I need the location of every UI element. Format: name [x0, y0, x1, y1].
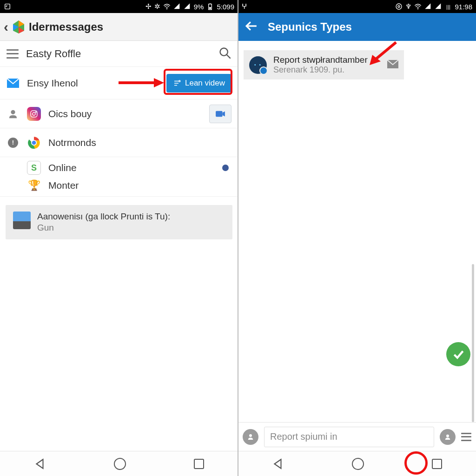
card-line2: Gun: [37, 223, 170, 233]
bluetooth-icon: ✢: [145, 2, 152, 11]
row-label: Ensy Ihenol: [27, 78, 159, 89]
nav-recent-icon[interactable]: [194, 459, 204, 469]
svg-point-1: [166, 8, 167, 9]
app-logo-icon: [11, 20, 26, 34]
svg-point-25: [417, 8, 418, 9]
info-dot-icon[interactable]: [222, 165, 229, 171]
row-oics[interactable]: Oics bouy: [0, 99, 238, 128]
clock-left: 5:099: [217, 3, 234, 11]
card-thumb-icon: [13, 212, 31, 229]
page-title-right: Sepunics Types: [268, 20, 352, 33]
svg-point-10: [179, 80, 180, 82]
right-phone: ⵖ ♆ ⫼ 91:98 Sepunics Types • • Report st…: [238, 0, 476, 476]
battery-icon: [206, 3, 214, 10]
cast-icon: ⵖ: [242, 2, 247, 11]
svg-point-33: [446, 434, 449, 437]
row-label[interactable]: Monter: [48, 180, 231, 191]
left-phone: ✢ ✲ 9% 5:099 ‹ Idermessages Easty Roffle: [0, 0, 238, 476]
info-card[interactable]: Aanowenisı (ga llock Prunti is Tu): Gun: [6, 205, 232, 239]
status-bar-right: ⵖ ♆ ⫼ 91:98: [238, 0, 476, 13]
lean-view-button[interactable]: Lean videw: [166, 74, 231, 93]
annotation-red-circle: [404, 451, 428, 475]
contact-icon[interactable]: [440, 429, 456, 445]
bulb-icon: !: [7, 138, 20, 148]
key-icon: ♆: [405, 2, 411, 11]
signal-icon: [173, 3, 181, 10]
row-ensy[interactable]: Ensy Ihenol Lean videw: [0, 67, 238, 99]
signal-icon: [435, 3, 442, 10]
page-title-left: Idermessages: [29, 20, 103, 33]
mail-icon: [7, 79, 20, 88]
row-label: Notrmonds: [48, 137, 231, 148]
instagram-icon: [27, 107, 41, 121]
s-icon: S: [27, 161, 41, 175]
lean-view-label: Lean videw: [185, 79, 225, 88]
svg-point-24: [398, 6, 400, 7]
back-chevron-icon[interactable]: ‹: [4, 19, 8, 35]
signal2-icon: [184, 3, 191, 10]
svg-point-23: [396, 4, 402, 9]
svg-point-7: [220, 48, 228, 55]
nav-back-icon[interactable]: [272, 458, 284, 470]
profile-name: Easty Roffle: [26, 48, 211, 60]
chrome-icon: [27, 136, 41, 150]
avatar-icon: • •: [249, 56, 267, 74]
svg-point-16: [35, 112, 36, 112]
card-line1: Aanowenisı (ga llock Prunti is Tu):: [37, 212, 170, 222]
svg-marker-3: [184, 3, 190, 9]
svg-marker-18: [223, 111, 225, 116]
svg-point-32: [249, 434, 252, 437]
svg-marker-22: [36, 459, 43, 469]
svg-rect-0: [5, 4, 10, 9]
nav-home-icon[interactable]: [114, 458, 126, 470]
hamburger-icon[interactable]: [7, 49, 19, 59]
nav-bar-left: [0, 451, 238, 476]
nav-recent-icon[interactable]: [432, 459, 442, 469]
svg-line-8: [227, 54, 231, 58]
input-placeholder: Report spiumi in: [270, 431, 337, 442]
svg-point-13: [11, 110, 15, 114]
nav-bar-right: [238, 451, 476, 476]
battery-pct: 9%: [194, 3, 204, 11]
input-bar: Report spiumi in: [238, 422, 476, 451]
wifi-icon: [163, 3, 171, 10]
search-row: Easty Roffle: [0, 41, 238, 67]
screenshot-icon: [4, 3, 11, 10]
fab-confirm[interactable]: [446, 342, 470, 366]
svg-marker-34: [274, 459, 281, 469]
nav-back-icon[interactable]: [34, 458, 46, 470]
camera-button[interactable]: [209, 105, 231, 123]
svg-rect-17: [216, 111, 222, 117]
svg-point-15: [33, 112, 35, 115]
message-card[interactable]: • • Report stwpłrandtamber Serenark 1909…: [244, 50, 404, 79]
svg-rect-5: [209, 7, 211, 9]
message-input[interactable]: Report spiumi in: [264, 427, 434, 447]
trophy-icon: 🏆: [27, 178, 41, 192]
vibrate-icon: ⫼: [445, 3, 452, 11]
svg-rect-6: [210, 3, 211, 4]
menu-icon[interactable]: [461, 433, 471, 441]
card-title: Report stwpłrandtamber: [273, 55, 381, 65]
clock-right: 91:98: [455, 3, 472, 11]
app-bar-right: Sepunics Types: [238, 13, 476, 41]
scrollbar[interactable]: [472, 264, 474, 422]
title-bar-left: ‹ Idermessages: [0, 13, 238, 41]
svg-marker-26: [425, 3, 431, 9]
status-bar-left: ✢ ✲ 9% 5:099: [0, 0, 238, 13]
settings-small-icon: ✲: [154, 2, 160, 11]
wifi-icon: [414, 3, 422, 10]
target-icon: [395, 3, 403, 10]
row-notrmonds[interactable]: ! Notrmonds: [0, 128, 238, 157]
nav-home-icon[interactable]: [352, 458, 364, 470]
row-label: Oics bouy: [48, 108, 202, 119]
card-subtitle: Serenark 1909. pu.: [273, 65, 381, 75]
search-icon[interactable]: [218, 46, 231, 61]
back-arrow-icon[interactable]: [245, 20, 258, 34]
svg-marker-27: [436, 3, 441, 9]
attach-icon[interactable]: [243, 429, 258, 445]
svg-marker-2: [174, 3, 179, 9]
row-label[interactable]: Online: [48, 162, 215, 173]
signal-full-icon: [424, 3, 432, 10]
right-body: • • Report stwpłrandtamber Serenark 1909…: [238, 41, 476, 422]
envelope-icon: [387, 60, 398, 70]
